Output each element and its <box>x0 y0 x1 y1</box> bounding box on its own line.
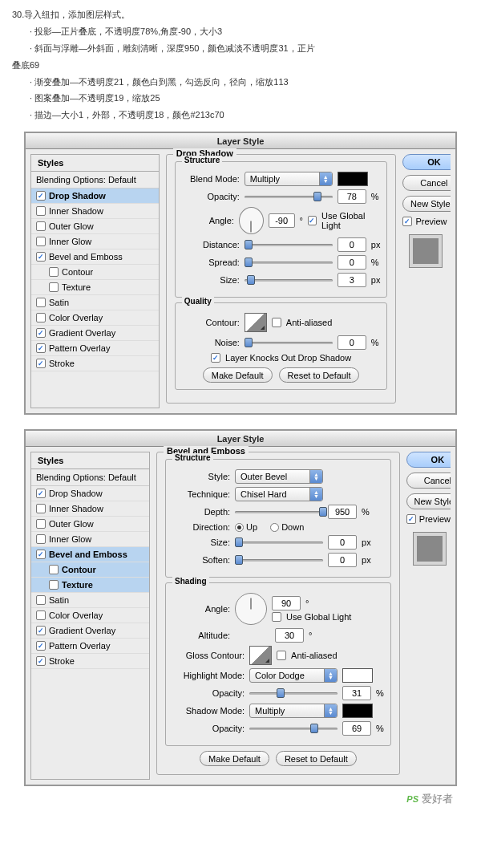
opacity-input[interactable]: 78 <box>338 189 366 204</box>
style-bevel-emboss[interactable]: Bevel and Emboss <box>31 249 159 265</box>
soften-slider[interactable] <box>235 554 323 566</box>
technique-select[interactable]: Chisel Hard▲▼ <box>235 487 323 501</box>
style-bevel-emboss[interactable]: Bevel and Emboss <box>31 547 149 562</box>
new-style-button[interactable]: New Style... <box>402 196 451 212</box>
bevel-size-slider[interactable] <box>235 537 323 548</box>
shadow-opacity-input[interactable]: 69 <box>342 721 371 736</box>
style-outer-glow[interactable]: Outer Glow <box>31 219 159 234</box>
checkbox-icon[interactable] <box>36 641 46 651</box>
noise-slider[interactable] <box>245 337 333 348</box>
preview-checkbox[interactable] <box>402 217 412 226</box>
make-default-button[interactable]: Make Default <box>203 367 273 383</box>
ok-button[interactable]: OK <box>406 452 451 468</box>
checkbox-icon[interactable] <box>36 298 46 307</box>
style-stroke[interactable]: Stroke <box>31 654 149 669</box>
style-pattern-overlay[interactable]: Pattern Overlay <box>31 341 159 356</box>
depth-input[interactable]: 950 <box>328 505 357 519</box>
style-drop-shadow[interactable]: Drop Shadow <box>31 486 149 501</box>
style-contour[interactable]: Contour <box>31 265 159 280</box>
checkbox-icon[interactable] <box>36 191 46 201</box>
contour-picker[interactable] <box>245 313 267 332</box>
checkbox-icon[interactable] <box>49 267 59 277</box>
checkbox-icon[interactable] <box>36 221 46 231</box>
opacity-slider[interactable] <box>245 191 333 202</box>
style-satin[interactable]: Satin <box>31 295 159 310</box>
style-inner-shadow[interactable]: Inner Shadow <box>31 501 149 517</box>
checkbox-icon[interactable] <box>36 359 46 368</box>
shadow-opacity-slider[interactable] <box>249 723 338 734</box>
new-style-button[interactable]: New Style... <box>406 493 451 509</box>
style-contour[interactable]: Contour <box>31 562 149 578</box>
checkbox-icon[interactable] <box>36 237 46 246</box>
style-gradient-overlay[interactable]: Gradient Overlay <box>31 326 159 341</box>
checkbox-icon[interactable] <box>36 313 46 322</box>
global-light-checkbox[interactable] <box>272 612 281 622</box>
style-texture[interactable]: Texture <box>31 578 149 593</box>
checkbox-icon[interactable] <box>36 519 46 529</box>
cancel-button[interactable]: Cancel <box>402 175 451 191</box>
size-slider[interactable] <box>245 274 333 286</box>
direction-down-radio[interactable]: Down <box>270 522 304 532</box>
style-gradient-overlay[interactable]: Gradient Overlay <box>31 623 149 639</box>
size-input[interactable]: 3 <box>338 273 366 287</box>
highlight-opacity-slider[interactable] <box>249 688 338 699</box>
spread-slider[interactable] <box>245 257 333 268</box>
checkbox-icon[interactable] <box>36 504 46 513</box>
depth-slider[interactable] <box>235 506 323 517</box>
make-default-button[interactable]: Make Default <box>200 751 269 766</box>
preview-checkbox[interactable] <box>406 514 416 524</box>
checkbox-icon[interactable] <box>36 626 46 635</box>
checkbox-icon[interactable] <box>49 565 59 574</box>
ok-button[interactable]: OK <box>402 154 451 170</box>
bevel-size-input[interactable]: 0 <box>328 535 357 550</box>
bevel-style-select[interactable]: Outer Bevel▲▼ <box>235 469 323 484</box>
checkbox-icon[interactable] <box>49 580 59 590</box>
highlight-mode-select[interactable]: Color Dodge▲▼ <box>249 668 338 683</box>
checkbox-icon[interactable] <box>36 206 46 216</box>
style-color-overlay[interactable]: Color Overlay <box>31 608 149 623</box>
checkbox-icon[interactable] <box>36 595 46 605</box>
altitude-input[interactable]: 30 <box>275 628 304 643</box>
style-inner-glow[interactable]: Inner Glow <box>31 532 149 547</box>
bevel-angle-input[interactable]: 90 <box>272 596 301 610</box>
angle-input[interactable]: -90 <box>269 213 295 228</box>
anti-alias-checkbox[interactable] <box>277 651 286 660</box>
checkbox-icon[interactable] <box>36 489 46 498</box>
highlight-color-swatch[interactable] <box>342 668 373 683</box>
checkbox-icon[interactable] <box>36 550 46 559</box>
spread-input[interactable]: 0 <box>338 255 366 270</box>
style-outer-glow[interactable]: Outer Glow <box>31 517 149 532</box>
checkbox-icon[interactable] <box>36 328 46 338</box>
checkbox-icon[interactable] <box>36 610 46 620</box>
distance-input[interactable]: 0 <box>338 237 366 252</box>
shadow-color-swatch[interactable] <box>338 172 368 186</box>
reset-default-button[interactable]: Reset to Default <box>279 367 360 383</box>
checkbox-icon[interactable] <box>36 252 46 262</box>
reset-default-button[interactable]: Reset to Default <box>276 751 357 766</box>
checkbox-icon[interactable] <box>36 343 46 353</box>
gloss-contour-picker[interactable] <box>249 646 272 665</box>
blending-options[interactable]: Blending Options: Default <box>31 172 159 189</box>
blending-options[interactable]: Blending Options: Default <box>31 469 149 486</box>
noise-input[interactable]: 0 <box>338 335 366 350</box>
blend-mode-select[interactable]: Multiply▲▼ <box>245 172 333 186</box>
highlight-opacity-input[interactable]: 31 <box>342 686 371 700</box>
angle-altitude-dial[interactable] <box>235 593 267 625</box>
style-texture[interactable]: Texture <box>31 280 159 295</box>
anti-alias-checkbox[interactable] <box>272 318 281 327</box>
style-satin[interactable]: Satin <box>31 593 149 608</box>
style-drop-shadow[interactable]: Drop Shadow <box>31 189 159 204</box>
checkbox-icon[interactable] <box>36 534 46 544</box>
style-pattern-overlay[interactable]: Pattern Overlay <box>31 639 149 654</box>
style-color-overlay[interactable]: Color Overlay <box>31 310 159 326</box>
checkbox-icon[interactable] <box>49 282 59 292</box>
cancel-button[interactable]: Cancel <box>406 473 451 489</box>
style-stroke[interactable]: Stroke <box>31 356 159 371</box>
distance-slider[interactable] <box>245 239 333 250</box>
soften-input[interactable]: 0 <box>328 553 357 567</box>
style-inner-glow[interactable]: Inner Glow <box>31 234 159 249</box>
style-inner-shadow[interactable]: Inner Shadow <box>31 204 159 219</box>
angle-dial[interactable] <box>239 207 264 234</box>
shadow-mode-select[interactable]: Multiply▲▼ <box>249 704 338 718</box>
shadow-color-swatch[interactable] <box>342 704 373 718</box>
